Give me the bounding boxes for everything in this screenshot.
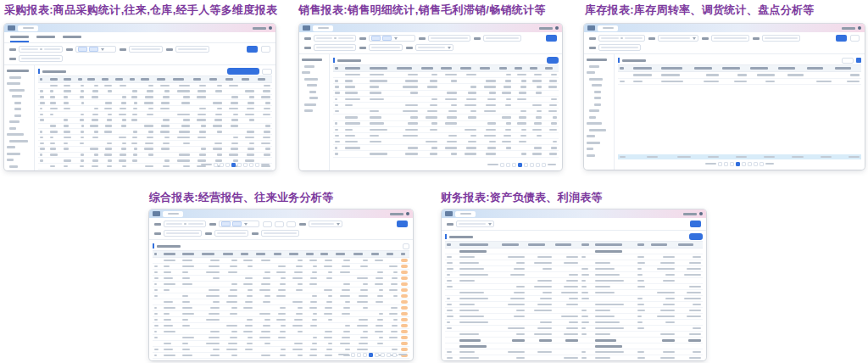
table-row[interactable] <box>153 299 409 305</box>
pagination-page[interactable] <box>760 162 764 166</box>
table-row[interactable] <box>333 114 559 120</box>
query-button[interactable] <box>836 35 847 42</box>
pagination-page[interactable] <box>357 353 361 357</box>
category-tree-item[interactable] <box>9 140 28 142</box>
pagination-page[interactable] <box>742 162 746 166</box>
pagination-page[interactable] <box>255 163 259 167</box>
more-actions-button[interactable] <box>403 243 409 249</box>
category-tree-item[interactable] <box>307 84 317 87</box>
browser-tab-active[interactable] <box>163 211 183 217</box>
table-row[interactable] <box>333 103 559 109</box>
table-row[interactable] <box>445 290 703 296</box>
refresh-icon[interactable] <box>856 58 861 63</box>
pagination-page[interactable] <box>518 163 522 167</box>
table-row[interactable] <box>333 97 559 103</box>
pagination-page[interactable] <box>754 162 758 166</box>
pagination-page[interactable] <box>225 163 230 167</box>
view-link-badge[interactable] <box>401 294 408 298</box>
category-tree-item[interactable] <box>587 122 602 125</box>
pagination-page[interactable] <box>249 163 253 167</box>
category-tree-item[interactable] <box>14 114 21 117</box>
table-row[interactable] <box>38 106 272 112</box>
category-tree-item[interactable] <box>587 135 595 137</box>
table-row[interactable] <box>38 100 272 106</box>
table-row[interactable] <box>445 249 703 254</box>
view-link-badge[interactable] <box>401 288 408 292</box>
report-subtab[interactable] <box>36 36 55 42</box>
text-input[interactable] <box>175 46 209 53</box>
table-row[interactable] <box>333 127 559 133</box>
help-manual-link[interactable] <box>253 27 266 30</box>
table-row[interactable] <box>38 112 272 118</box>
home-tab[interactable] <box>153 211 160 216</box>
view-link-badge[interactable] <box>401 306 408 310</box>
view-link-badge[interactable] <box>401 318 408 321</box>
table-row[interactable] <box>445 260 703 266</box>
table-row[interactable] <box>445 302 703 308</box>
select-input[interactable] <box>456 221 494 227</box>
browser-tab-active[interactable] <box>598 25 618 31</box>
view-link-badge[interactable] <box>401 312 408 316</box>
view-link-badge[interactable] <box>401 282 408 286</box>
category-tree-item[interactable] <box>9 165 18 168</box>
browser-tab-active[interactable] <box>18 25 38 31</box>
category-tree-item[interactable] <box>7 133 24 136</box>
view-link-badge[interactable] <box>401 265 408 268</box>
table-row[interactable] <box>445 314 703 320</box>
date-range-input[interactable] <box>19 46 63 53</box>
table-row[interactable] <box>153 270 409 276</box>
table-row[interactable] <box>445 296 703 302</box>
view-link-badge[interactable] <box>401 276 408 280</box>
table-row[interactable] <box>153 317 409 323</box>
category-tree-item[interactable] <box>594 97 601 99</box>
category-tree-item[interactable] <box>9 127 16 130</box>
table-row[interactable] <box>445 338 703 343</box>
help-manual-link[interactable] <box>539 27 553 30</box>
pagination-page[interactable] <box>506 163 510 167</box>
help-manual-link[interactable] <box>842 27 855 30</box>
category-tree-item[interactable] <box>587 148 593 150</box>
export-button[interactable] <box>547 57 559 64</box>
table-row[interactable] <box>38 83 272 89</box>
pagination-page[interactable] <box>748 162 752 166</box>
report-subtab[interactable] <box>63 36 81 42</box>
category-tree-item[interactable] <box>9 120 19 123</box>
reset-button[interactable] <box>850 35 860 42</box>
category-tree-item[interactable] <box>302 59 322 61</box>
pagination-page[interactable] <box>736 162 740 166</box>
quick-date-pill[interactable] <box>275 221 284 227</box>
table-row[interactable] <box>445 332 703 338</box>
category-tree-item[interactable] <box>7 82 20 85</box>
query-button[interactable] <box>397 221 408 227</box>
category-tree-item[interactable] <box>309 91 316 93</box>
category-tree-item[interactable] <box>587 142 600 144</box>
text-input[interactable] <box>711 35 749 42</box>
category-tree-item[interactable] <box>12 95 22 98</box>
view-link-badge[interactable] <box>401 271 408 274</box>
table-row[interactable] <box>38 129 272 135</box>
table-row[interactable] <box>333 145 559 151</box>
browser-tab-active[interactable] <box>455 211 476 217</box>
table-row[interactable] <box>445 343 703 349</box>
table-row[interactable] <box>445 266 703 272</box>
pagination-page[interactable] <box>542 163 546 167</box>
home-tab[interactable] <box>303 25 310 31</box>
notification-bell-icon[interactable] <box>858 26 861 30</box>
table-row[interactable] <box>153 305 409 311</box>
table-row[interactable] <box>153 311 409 317</box>
view-link-badge[interactable] <box>401 300 408 304</box>
pagination-page[interactable] <box>375 353 379 357</box>
pagination-page[interactable] <box>530 163 534 167</box>
select-input[interactable] <box>219 221 259 227</box>
table-row[interactable] <box>153 276 409 282</box>
table-row[interactable] <box>38 95 272 101</box>
select-input[interactable] <box>658 35 698 42</box>
notification-bell-icon[interactable] <box>699 212 703 215</box>
pagination-page[interactable] <box>512 163 516 167</box>
table-row[interactable] <box>618 79 861 86</box>
notification-bell-icon[interactable] <box>406 212 409 215</box>
text-input[interactable] <box>428 35 470 42</box>
table-row[interactable] <box>333 91 559 97</box>
notification-bell-icon[interactable] <box>555 26 559 30</box>
table-row[interactable] <box>333 121 559 127</box>
